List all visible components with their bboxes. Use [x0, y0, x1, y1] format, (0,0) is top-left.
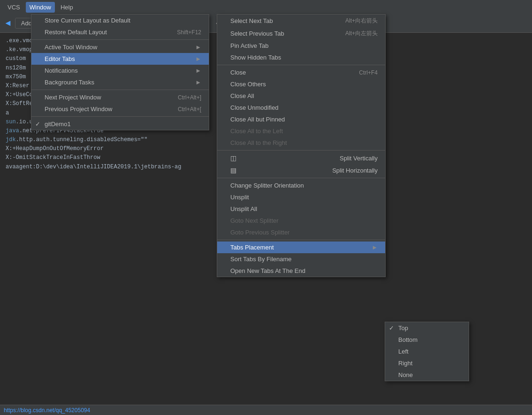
menu-close-all-but-pinned[interactable]: Close All but Pinned [217, 113, 385, 125]
menu-placement-right[interactable]: Right [385, 357, 469, 369]
menu-separator [217, 150, 385, 151]
menu-select-next-tab[interactable]: Select Next Tab Alt+向右箭头 [217, 15, 385, 27]
menu-change-splitter-orientation[interactable]: Change Splitter Orientation [217, 180, 385, 191]
menu-split-vertically[interactable]: ◫ Split Vertically [217, 152, 385, 164]
menu-split-horizontally[interactable]: ▤ Split Horizontally [217, 164, 385, 176]
menu-goto-next-splitter[interactable]: Goto Next Splitter [217, 215, 385, 226]
menu-separator [31, 90, 209, 90]
menu-unsplit-all[interactable]: Unsplit All [217, 203, 385, 215]
editor-tabs-menu: Select Next Tab Alt+向右箭头 Select Previous… [217, 14, 386, 277]
checkmark-icon: ✓ [35, 121, 40, 128]
menu-placement-none[interactable]: None [385, 369, 469, 381]
menu-open-new-tabs-end[interactable]: Open New Tabs At The End [217, 265, 385, 277]
menu-gitdemo1[interactable]: ✓ gitDemo1 [31, 118, 209, 130]
menu-close-unmodified[interactable]: Close Unmodified [217, 102, 385, 113]
submenu-arrow-icon: ► [195, 67, 201, 74]
menu-placement-left[interactable]: Left [385, 346, 469, 357]
menu-placement-top[interactable]: ✓ Top [385, 322, 469, 334]
submenu-arrow-icon: ► [195, 79, 201, 86]
checkmark-icon: ✓ [389, 324, 394, 332]
menubar: VCS Window Help [0, 0, 532, 14]
menu-pin-active-tab[interactable]: Pin Active Tab [217, 40, 385, 52]
menu-close-all[interactable]: Close All [217, 90, 385, 102]
arrow-left-icon[interactable]: ◄ [4, 18, 12, 28]
menu-goto-prev-splitter[interactable]: Goto Previous Splitter [217, 226, 385, 238]
status-url: https://blog.csdn.net/qq_45205094 [4, 407, 90, 414]
menu-notifications[interactable]: Notifications ► [31, 65, 209, 76]
status-bar: https://blog.csdn.net/qq_45205094 [0, 405, 532, 415]
submenu-arrow-icon: ► [195, 44, 201, 51]
submenu-arrow-icon: ► [372, 244, 378, 251]
menu-next-project-window[interactable]: Next Project Window Ctrl+Alt+] [31, 91, 209, 103]
menu-show-hidden-tabs[interactable]: Show Hidden Tabs [217, 52, 385, 63]
menu-close-all-left[interactable]: Close All to the Left [217, 125, 385, 137]
menubar-window[interactable]: Window [26, 2, 55, 13]
menu-active-tool-window[interactable]: Active Tool Window ► [31, 41, 209, 53]
menu-background-tasks[interactable]: Background Tasks ► [31, 76, 209, 88]
split-vertical-icon: ◫ [230, 154, 236, 162]
menu-close-all-right[interactable]: Close All to the Right [217, 137, 385, 149]
menu-restore-layout[interactable]: Restore Default Layout Shift+F12 [31, 26, 209, 38]
tabs-placement-menu: ✓ Top Bottom Left Right None [385, 322, 469, 381]
split-horizontal-icon: ▤ [230, 166, 236, 174]
menu-prev-project-window[interactable]: Previous Project Window Ctrl+Alt+[ [31, 103, 209, 115]
menu-unsplit[interactable]: Unsplit [217, 191, 385, 203]
menubar-help[interactable]: Help [57, 2, 77, 13]
menu-separator [217, 240, 385, 240]
menu-store-layout[interactable]: Store Current Layout as Default [31, 15, 209, 26]
menu-close-others[interactable]: Close Others [217, 78, 385, 90]
menu-close[interactable]: Close Ctrl+F4 [217, 67, 385, 78]
submenu-arrow-icon: ► [195, 55, 201, 62]
menu-separator [31, 116, 209, 117]
window-menu: Store Current Layout as Default Restore … [31, 14, 209, 130]
menu-tabs-placement[interactable]: Tabs Placement ► [217, 241, 385, 253]
menu-sort-tabs-filename[interactable]: Sort Tabs By Filename [217, 253, 385, 265]
menu-editor-tabs[interactable]: Editor Tabs ► [31, 53, 209, 65]
menu-placement-bottom[interactable]: Bottom [385, 334, 469, 346]
menu-separator [217, 178, 385, 178]
menubar-vcs[interactable]: VCS [4, 2, 24, 13]
menu-separator [217, 65, 385, 65]
menu-select-prev-tab[interactable]: Select Previous Tab Alt+向左箭头 [217, 27, 385, 40]
menu-separator [31, 39, 209, 40]
